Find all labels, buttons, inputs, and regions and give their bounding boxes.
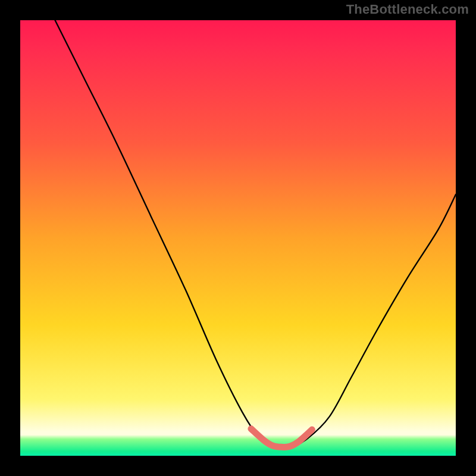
watermark-label: TheBottleneck.com: [346, 2, 469, 17]
bottleneck-highlight: [251, 429, 312, 447]
plot-area: [20, 20, 456, 456]
bottleneck-curve: [55, 20, 456, 448]
curve-svg: [20, 20, 456, 456]
chart-frame: TheBottleneck.com: [0, 0, 476, 476]
